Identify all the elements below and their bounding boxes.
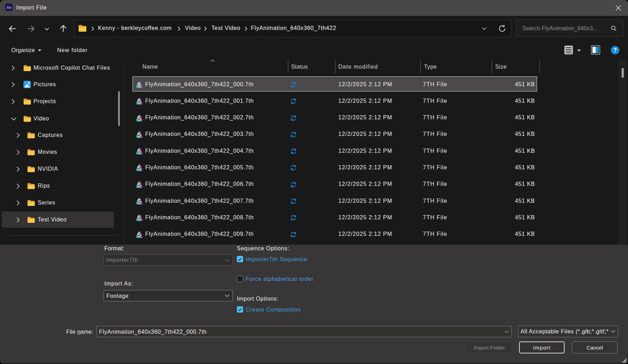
svg-text:Ae: Ae	[6, 5, 11, 10]
svg-text:?: ?	[614, 47, 617, 53]
